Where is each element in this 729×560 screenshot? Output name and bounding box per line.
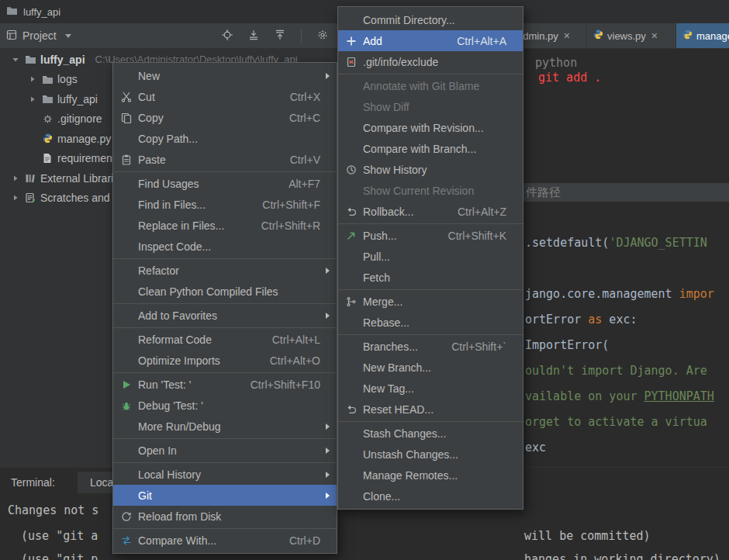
code-line: python (535, 56, 577, 70)
menu-item-compare-with[interactable]: Compare With...Ctrl+D (113, 530, 337, 551)
menu-item-label: Copy (138, 112, 271, 124)
menu-item-find-usages[interactable]: Find UsagesAlt+F7 (113, 173, 337, 194)
menu-item-add[interactable]: AddCtrl+Alt+A (338, 30, 523, 51)
chevron-right-icon[interactable] (11, 194, 20, 202)
editor-tab-views-py[interactable]: views.py× (587, 23, 676, 48)
code-segment: vailable on your (525, 389, 644, 403)
close-icon[interactable]: × (651, 29, 658, 42)
menu-item-paste[interactable]: PasteCtrl+V (113, 149, 337, 170)
menu-item-shortcut: Ctrl+V (290, 154, 320, 166)
editor-tab-manage-py[interactable]: manage.py× (676, 23, 729, 48)
menu-item-new[interactable]: New (113, 65, 337, 86)
menu-item-stash-changes[interactable]: Stash Changes... (338, 423, 523, 444)
menu-item-local-history[interactable]: Local History (113, 464, 337, 485)
menu-item-run-test[interactable]: Run 'Test: 'Ctrl+Shift+F10 (113, 374, 337, 395)
menu-item-debug-test[interactable]: Debug 'Test: ' (113, 395, 337, 416)
chevron-down-icon[interactable] (11, 56, 20, 64)
chevron-down-icon (65, 34, 71, 38)
menu-item-copy-path[interactable]: Copy Path... (113, 128, 337, 149)
menu-item-new-branch[interactable]: New Branch... (338, 357, 523, 378)
menu-item-label: Debug 'Test: ' (138, 399, 320, 412)
menu-item-manage-remotes[interactable]: Manage Remotes... (338, 465, 523, 486)
collapse-all-button[interactable] (248, 29, 259, 43)
terminal-line: (use "git a (21, 529, 98, 543)
push-icon (343, 230, 360, 241)
menu-item-label: Replace in Files... (138, 220, 243, 232)
code-segment: exc: (602, 313, 637, 327)
menu-item-cut[interactable]: CutCtrl+X (113, 86, 337, 107)
menu-item-commit-directory[interactable]: Commit Directory... (338, 9, 523, 30)
menu-item-shortcut: Ctrl+Shift+F10 (250, 379, 320, 391)
menu-item-fetch[interactable]: Fetch (338, 267, 523, 288)
menu-item-shortcut: Ctrl+Alt+Z (458, 206, 506, 218)
menu-item-unstash-changes[interactable]: Unstash Changes... (338, 444, 523, 465)
history-icon (343, 164, 360, 175)
code-segment: orget to activate a virtua (525, 415, 707, 429)
menu-item-reformat-code[interactable]: Reformat CodeCtrl+Alt+L (113, 329, 337, 350)
code-segment: jango.core.management (525, 287, 679, 301)
menu-item-compare-with-branch[interactable]: Compare with Branch... (338, 138, 523, 159)
menu-item-show-diff[interactable]: Show Diff (338, 96, 523, 117)
code-segment: as (588, 313, 602, 327)
menu-item-more-run-debug[interactable]: More Run/Debug (113, 416, 337, 437)
chevron-right-icon[interactable] (28, 75, 37, 83)
menu-item-optimize-imports[interactable]: Optimize ImportsCtrl+Alt+O (113, 350, 337, 371)
expand-all-button[interactable] (275, 29, 285, 43)
tree-item-label: luffy_api (57, 93, 98, 105)
menu-item-find-in-files[interactable]: Find in Files...Ctrl+Shift+F (113, 194, 337, 215)
menu-item-label: Local History (138, 468, 320, 481)
menu-item-add-to-favorites[interactable]: Add to Favorites (113, 305, 337, 326)
menu-item-clean-python-compiled-files[interactable]: Clean Python Compiled Files (113, 281, 337, 302)
menu-item-push[interactable]: Push...Ctrl+Shift+K (338, 225, 523, 246)
menu-item-inspect-code[interactable]: Inspect Code... (113, 236, 337, 257)
scratches-icon (24, 192, 36, 203)
menu-item-open-in[interactable]: Open In (113, 440, 337, 461)
menu-item-label: Compare with Branch... (363, 143, 506, 155)
code-line: git add . (538, 71, 601, 85)
menu-item-label: Git (138, 489, 320, 502)
project-view-dropdown[interactable]: Project (6, 29, 71, 43)
locate-button[interactable] (222, 29, 233, 43)
menu-item-copy[interactable]: CopyCtrl+C (113, 107, 337, 128)
debug-icon (118, 400, 135, 411)
menu-item-clone[interactable]: Clone... (338, 486, 523, 506)
compare-icon (118, 535, 135, 546)
menu-item-branches[interactable]: Branches...Ctrl+Shift+` (338, 336, 523, 357)
menu-item-git-info-exclude[interactable]: .git/info/exclude (338, 51, 523, 72)
chevron-right-icon[interactable] (28, 95, 37, 103)
code-line: 件路径 (526, 185, 561, 199)
menu-item-show-current-revision[interactable]: Show Current Revision (338, 180, 523, 201)
menu-item-label: Rollback... (363, 206, 439, 218)
menu-item-compare-with-revision[interactable]: Compare with Revision... (338, 117, 523, 138)
menu-item-shortcut: Ctrl+D (289, 534, 320, 547)
menu-item-pull[interactable]: Pull... (338, 246, 523, 267)
code-segment: ouldn't import Django. Are (525, 364, 707, 378)
menu-item-rebase[interactable]: Rebase... (338, 312, 523, 333)
menu-item-merge[interactable]: Merge... (338, 291, 523, 312)
code-segment: exc (525, 441, 546, 455)
menu-item-annotate-with-git-blame[interactable]: Annotate with Git Blame (338, 75, 523, 96)
menu-item-label: Annotate with Git Blame (363, 80, 506, 92)
submenu-arrow-icon (320, 493, 330, 499)
chevron-right-icon[interactable] (11, 175, 20, 182)
menu-item-show-history[interactable]: Show History (338, 159, 523, 180)
project-panel-header: Project (0, 23, 337, 49)
menu-item-label: Compare with Revision... (363, 122, 506, 134)
menu-item-rollback[interactable]: Rollback...Ctrl+Alt+Z (338, 201, 523, 222)
menu-item-reset-head[interactable]: Reset HEAD... (338, 399, 523, 420)
code-line: ImportError( (525, 338, 609, 352)
menu-item-reload-from-disk[interactable]: Reload from Disk (113, 506, 337, 527)
app-folder-icon (6, 5, 18, 18)
close-icon[interactable]: × (564, 29, 570, 42)
settings-gear-button[interactable] (317, 29, 328, 43)
terminal-line: will be committed) (524, 529, 651, 543)
project-toolbar (222, 23, 328, 49)
ignore-file-icon (41, 114, 54, 124)
plus-icon (343, 36, 360, 47)
menu-item-git[interactable]: Git (113, 485, 337, 506)
code-line: jango.core.management impor (525, 287, 714, 301)
menu-item-refactor[interactable]: Refactor (113, 260, 337, 281)
menu-item-replace-in-files[interactable]: Replace in Files...Ctrl+Shift+R (113, 215, 337, 236)
menu-item-new-tag[interactable]: New Tag... (338, 378, 523, 399)
code-segment: PYTHONPATH (644, 389, 714, 403)
